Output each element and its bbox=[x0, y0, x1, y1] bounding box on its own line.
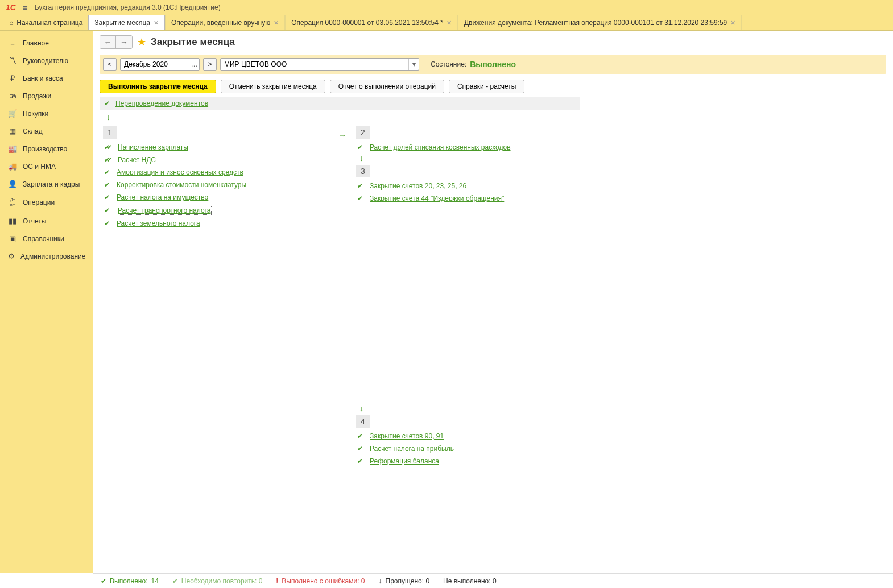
period-field[interactable] bbox=[121, 60, 189, 68]
cart-icon: 🛒 bbox=[8, 109, 17, 118]
ruble-icon: ₽ bbox=[8, 74, 17, 82]
truck-icon: 🚚 bbox=[8, 162, 17, 171]
app-title: Бухгалтерия предприятия, редакция 3.0 (1… bbox=[35, 3, 221, 11]
nav-forward-button[interactable]: → bbox=[116, 36, 132, 48]
tab-label: Операции, введенные вручную bbox=[171, 19, 270, 27]
tab-label: Движения документа: Регламентная операци… bbox=[464, 19, 727, 27]
op-link[interactable]: Расчет долей списания косвенных расходов bbox=[370, 143, 511, 151]
arrow-down-icon: ↓ bbox=[106, 113, 886, 122]
group-badge-3: 3 bbox=[356, 165, 370, 177]
refs-button[interactable]: Справки - расчеты bbox=[449, 80, 524, 93]
op-link[interactable]: Корректировка стоимости номенклатуры bbox=[117, 181, 246, 189]
top-operation-row: ✔ Перепроведение документов bbox=[100, 97, 580, 110]
tab-doc-movements[interactable]: Движения документа: Регламентная операци… bbox=[458, 15, 742, 30]
tab-closing-month[interactable]: Закрытие месяца ✕ bbox=[88, 15, 165, 30]
op-link[interactable]: Закрытие счетов 90, 91 bbox=[370, 432, 444, 440]
sidebar-item-label: Главное bbox=[23, 39, 49, 47]
sidebar-item-label: Руководителю bbox=[23, 57, 68, 65]
sidebar-item-label: Справочники bbox=[23, 235, 64, 243]
check-icon: ✔ bbox=[104, 168, 110, 176]
check-icon: ✔ bbox=[357, 432, 363, 440]
sidebar-item-label: Склад bbox=[23, 127, 43, 135]
sidebar-item-label: Операции bbox=[23, 198, 55, 206]
op-link[interactable]: Расчет налога на прибыль bbox=[370, 445, 454, 453]
home-icon: ⌂ bbox=[9, 19, 13, 27]
close-icon[interactable]: ✕ bbox=[446, 19, 452, 27]
op-link[interactable]: Закрытие счетов 20, 23, 25, 26 bbox=[370, 182, 466, 190]
tab-home[interactable]: ⌂ Начальная страница bbox=[3, 15, 88, 30]
check-icon: ✔ bbox=[357, 194, 363, 202]
nav-history: ← → bbox=[100, 35, 133, 49]
bag-icon: 🛍 bbox=[8, 92, 17, 100]
period-next-button[interactable]: > bbox=[203, 58, 217, 71]
sidebar-item-main[interactable]: ≡Главное bbox=[0, 34, 93, 52]
sidebar-item-label: Отчеты bbox=[23, 217, 46, 225]
run-closing-button[interactable]: Выполнить закрытие месяца bbox=[100, 80, 216, 93]
period-prev-button[interactable]: < bbox=[103, 58, 117, 71]
window-titlebar: 1C ≡ Бухгалтерия предприятия, редакция 3… bbox=[0, 0, 893, 15]
content-area: ← → ★ Закрытие месяца < … > ▾ Состояние:… bbox=[93, 31, 893, 573]
op-link[interactable]: Реформация баланса bbox=[370, 457, 439, 465]
sidebar-item-sales[interactable]: 🛍Продажи bbox=[0, 87, 93, 105]
logo-1c: 1C bbox=[6, 3, 16, 12]
person-icon: 👤 bbox=[8, 180, 17, 188]
sidebar-item-bank[interactable]: ₽Банк и касса bbox=[0, 69, 93, 87]
tab-label: Операция 0000-000001 от 03.06.2021 13:50… bbox=[291, 19, 443, 27]
grid-icon: ▦ bbox=[8, 127, 17, 135]
close-icon[interactable]: ✕ bbox=[730, 19, 735, 27]
dropdown-icon[interactable]: ▾ bbox=[408, 59, 419, 70]
sidebar-item-label: Банк и касса bbox=[23, 74, 63, 82]
chart-icon: 〽 bbox=[8, 56, 17, 65]
op-link[interactable]: Расчет НДС bbox=[118, 156, 156, 164]
books-icon: ▣ bbox=[8, 234, 17, 243]
period-input[interactable]: … bbox=[120, 58, 200, 71]
group-badge-4: 4 bbox=[356, 415, 370, 428]
op-link[interactable]: Начисление зарплаты bbox=[118, 143, 188, 151]
sidebar-item-refs[interactable]: ▣Справочники bbox=[0, 230, 93, 247]
period-picker-button[interactable]: … bbox=[189, 59, 199, 70]
sidebar-item-purchases[interactable]: 🛒Покупки bbox=[0, 105, 93, 122]
nav-back-button[interactable]: ← bbox=[100, 36, 116, 48]
op-link[interactable]: Расчет земельного налога bbox=[117, 220, 200, 227]
page-title: Закрытие месяца bbox=[151, 36, 235, 48]
status-label: Состояние: bbox=[431, 60, 466, 68]
op-link-selected[interactable]: Расчет транспортного налога bbox=[117, 206, 212, 215]
gear-icon: ⚙ bbox=[8, 252, 15, 260]
journal-icon: ДтКт bbox=[8, 197, 17, 208]
op-link[interactable]: Амортизация и износ основных средств bbox=[117, 168, 243, 176]
org-field[interactable] bbox=[221, 60, 408, 68]
sidebar-item-warehouse[interactable]: ▦Склад bbox=[0, 122, 93, 140]
sidebar-item-production[interactable]: 🏭Производство bbox=[0, 140, 93, 158]
status-value: Выполнено bbox=[470, 60, 516, 69]
op-link[interactable]: Закрытие счета 44 "Издержки обращения" bbox=[370, 194, 504, 202]
tab-operation[interactable]: Операция 0000-000001 от 03.06.2021 13:50… bbox=[285, 15, 458, 30]
sidebar-item-label: Администрирование bbox=[20, 252, 85, 260]
tab-label: Закрытие месяца bbox=[94, 19, 150, 27]
check-icon: ✔ bbox=[104, 100, 110, 107]
sidebar-item-assets[interactable]: 🚚ОС и НМА bbox=[0, 158, 93, 175]
menu-icon[interactable]: ≡ bbox=[23, 3, 28, 13]
sidebar-item-reports[interactable]: ▮▮Отчеты bbox=[0, 212, 93, 230]
sidebar-item-operations[interactable]: ДтКтОперации bbox=[0, 193, 93, 212]
double-check-icon: ✔✔ bbox=[104, 156, 109, 164]
op-link[interactable]: Расчет налога на имущество bbox=[117, 193, 208, 201]
bars-icon: ▮▮ bbox=[8, 217, 17, 225]
org-input[interactable]: ▾ bbox=[220, 58, 419, 71]
tab-manual-ops[interactable]: Операции, введенные вручную ✕ bbox=[165, 15, 285, 30]
sidebar-item-manager[interactable]: 〽Руководителю bbox=[0, 52, 93, 69]
arrow-down-icon: ↓ bbox=[359, 154, 583, 163]
check-icon: ✔ bbox=[104, 181, 110, 189]
close-icon[interactable]: ✕ bbox=[154, 19, 159, 27]
sidebar-item-label: Покупки bbox=[23, 110, 48, 118]
star-icon[interactable]: ★ bbox=[137, 36, 146, 48]
op-link-reposting[interactable]: Перепроведение документов bbox=[115, 100, 208, 107]
sidebar-item-label: Зарплата и кадры bbox=[23, 180, 80, 188]
actions-row: Выполнить закрытие месяца Отменить закры… bbox=[100, 80, 886, 93]
cancel-closing-button[interactable]: Отменить закрытие месяца bbox=[221, 80, 325, 93]
report-button[interactable]: Отчет о выполнении операций bbox=[330, 80, 444, 93]
group-badge-2: 2 bbox=[356, 126, 370, 139]
sidebar-item-payroll[interactable]: 👤Зарплата и кадры bbox=[0, 175, 93, 193]
sidebar-item-admin[interactable]: ⚙Администрирование bbox=[0, 247, 93, 265]
ops-column-left: 1 ✔✔Начисление зарплаты ✔✔Расчет НДС ✔Ам… bbox=[100, 124, 330, 467]
close-icon[interactable]: ✕ bbox=[274, 19, 279, 27]
